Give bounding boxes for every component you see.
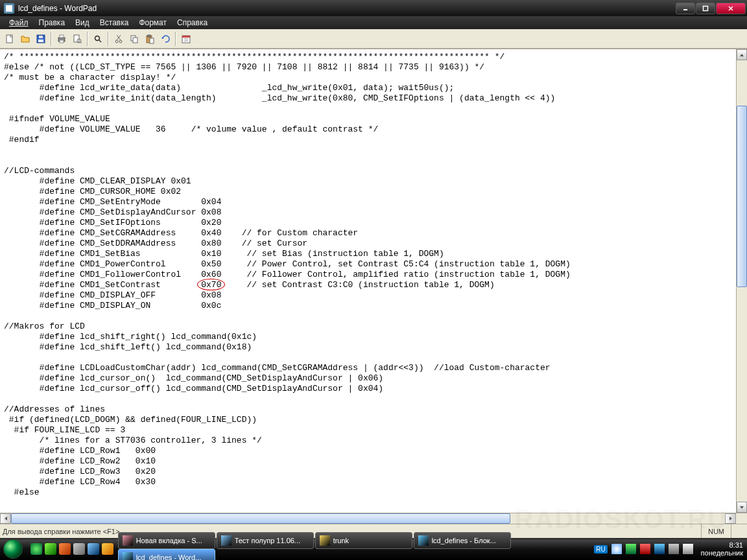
window-title: lcd_defines - WordPad: [18, 4, 676, 13]
vertical-scrollbar[interactable]: [736, 49, 747, 513]
scroll-corner: [736, 513, 747, 524]
scroll-right-button[interactable]: [725, 513, 736, 524]
menu-format[interactable]: Формат: [134, 17, 172, 29]
ql-icon[interactable]: [30, 543, 42, 555]
tray-icon[interactable]: [626, 544, 636, 554]
svg-line-15: [99, 40, 101, 42]
svg-point-20: [119, 40, 122, 43]
toolbar-separator: [108, 32, 109, 46]
toolbar-separator: [51, 32, 52, 46]
insert-date-icon[interactable]: [179, 32, 193, 46]
menu-file[interactable]: Файл: [4, 17, 34, 29]
svg-rect-27: [182, 36, 190, 38]
svg-point-16: [95, 36, 100, 40]
menu-help[interactable]: Справка: [172, 17, 213, 29]
task-label: Тест полупр 11.06...: [235, 537, 300, 544]
annotation-ellipse: [197, 279, 225, 290]
print-icon[interactable]: [54, 32, 69, 46]
quick-launch: [27, 543, 117, 555]
scroll-track[interactable]: [737, 60, 747, 502]
editor-area: /* *************************************…: [0, 49, 747, 513]
taskbar-button[interactable]: lcd_defines - Word...: [118, 549, 215, 560]
start-orb-icon: [3, 539, 23, 559]
horizontal-scrollbar[interactable]: [0, 513, 747, 524]
taskbar-button[interactable]: Новая вкладка - S...: [118, 532, 215, 549]
scroll-thumb[interactable]: [737, 106, 747, 287]
ql-icon[interactable]: [73, 543, 85, 555]
svg-point-19: [115, 40, 118, 43]
ql-icon[interactable]: [88, 543, 99, 555]
taskbar-button[interactable]: lcd_defines - Блок...: [414, 532, 511, 549]
clock-day: понедельник: [701, 549, 743, 557]
svg-rect-9: [60, 35, 64, 38]
svg-line-13: [80, 42, 82, 43]
tray-icon[interactable]: [669, 544, 679, 554]
maximize-button[interactable]: [696, 3, 715, 14]
menubar: Файл Правка Вид Вставка Формат Справка: [0, 16, 747, 29]
toolbar-separator: [87, 32, 88, 46]
svg-rect-25: [150, 38, 154, 43]
system-tray: RU 8:31 понедельник: [594, 541, 747, 557]
toolbar-separator: [175, 32, 176, 46]
task-label: Новая вкладка - S...: [136, 537, 202, 544]
save-icon[interactable]: [34, 32, 48, 46]
svg-rect-10: [60, 40, 64, 43]
clock[interactable]: 8:31 понедельник: [697, 541, 743, 557]
task-label: trunk: [333, 537, 349, 544]
task-app-icon: [320, 535, 330, 546]
taskbar: Новая вкладка - S...Тест полупр 11.06...…: [0, 538, 747, 560]
svg-rect-6: [38, 40, 43, 42]
open-file-icon[interactable]: [18, 32, 32, 46]
ql-icon[interactable]: [59, 543, 71, 555]
minimize-button[interactable]: [676, 3, 695, 14]
clock-time: 8:31: [701, 541, 743, 549]
paste-icon[interactable]: [143, 32, 157, 46]
tray-icon[interactable]: [611, 544, 622, 554]
app-icon: [4, 3, 14, 14]
tray-icon[interactable]: [640, 544, 650, 554]
titlebar[interactable]: lcd_defines - WordPad: [0, 0, 747, 16]
status-grip: [731, 524, 744, 538]
scroll-left-button[interactable]: [0, 513, 11, 524]
svg-rect-22: [133, 38, 137, 43]
language-indicator[interactable]: RU: [594, 545, 607, 554]
status-num: NUM: [701, 524, 731, 538]
menu-edit[interactable]: Правка: [34, 17, 71, 29]
cut-icon[interactable]: [112, 32, 126, 46]
task-label: lcd_defines - Блок...: [432, 537, 496, 544]
scroll-thumb[interactable]: [11, 513, 510, 524]
close-button[interactable]: [716, 3, 746, 14]
task-label: lcd_defines - Word...: [136, 554, 202, 560]
svg-rect-24: [148, 35, 150, 37]
tray-volume-icon[interactable]: [683, 544, 693, 554]
tray-icon[interactable]: [654, 544, 665, 554]
scroll-track[interactable]: [11, 513, 725, 524]
copy-icon[interactable]: [127, 32, 141, 46]
ql-icon[interactable]: [45, 543, 56, 555]
wordpad-window: lcd_defines - WordPad Файл Правка Вид Вс…: [0, 0, 747, 538]
new-file-icon[interactable]: [3, 32, 17, 46]
task-app-icon: [221, 535, 231, 546]
taskbar-button[interactable]: trunk: [315, 532, 412, 549]
svg-rect-7: [39, 36, 43, 38]
task-app-icon: [418, 535, 429, 546]
task-app-icon: [123, 552, 133, 560]
start-button[interactable]: [0, 538, 27, 560]
print-preview-icon[interactable]: [70, 32, 84, 46]
ql-icon[interactable]: [102, 543, 113, 555]
taskbar-button[interactable]: Тест полупр 11.06...: [217, 532, 314, 549]
scroll-up-button[interactable]: [737, 49, 747, 60]
toolbar: [0, 29, 747, 49]
svg-rect-1: [704, 6, 708, 10]
document-text[interactable]: /* *************************************…: [0, 49, 736, 513]
svg-rect-11: [74, 35, 79, 42]
find-icon[interactable]: [91, 32, 105, 46]
menu-view[interactable]: Вид: [70, 17, 95, 29]
task-app-icon: [123, 535, 133, 546]
svg-rect-4: [6, 35, 12, 43]
undo-icon[interactable]: [158, 32, 172, 46]
menu-insert[interactable]: Вставка: [95, 17, 134, 29]
scroll-down-button[interactable]: [737, 502, 747, 513]
